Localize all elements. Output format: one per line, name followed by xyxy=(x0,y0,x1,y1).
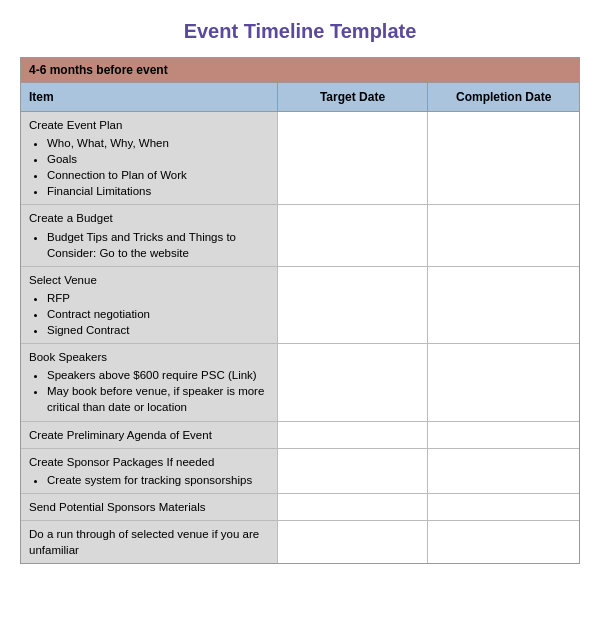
bullet-list: Create system for tracking sponsorships xyxy=(47,472,269,488)
cell-item: Select VenueRFPContract negotiationSigne… xyxy=(21,267,278,343)
cell-item: Create Preliminary Agenda of Event xyxy=(21,422,278,448)
cell-completion-date xyxy=(428,267,579,343)
cell-item: Create Event PlanWho, What, Why, WhenGoa… xyxy=(21,112,278,204)
cell-target-date xyxy=(278,422,429,448)
list-item: May book before venue, if speaker is mor… xyxy=(47,383,269,415)
col-header-target-date: Target Date xyxy=(278,83,429,111)
item-title: Select Venue xyxy=(29,274,97,286)
cell-completion-date xyxy=(428,521,579,563)
timeline-table: 4-6 months before event Item Target Date… xyxy=(20,57,580,564)
bullet-list: Budget Tips and Tricks and Things to Con… xyxy=(47,229,269,261)
cell-target-date xyxy=(278,205,429,265)
item-title: Do a run through of selected venue if yo… xyxy=(29,528,259,556)
table-row: Select VenueRFPContract negotiationSigne… xyxy=(21,267,579,344)
table-row: Book SpeakersSpeakers above $600 require… xyxy=(21,344,579,421)
cell-item: Create a BudgetBudget Tips and Tricks an… xyxy=(21,205,278,265)
list-item: Create system for tracking sponsorships xyxy=(47,472,269,488)
table-row: Send Potential Sponsors Materials xyxy=(21,494,579,521)
list-item: Signed Contract xyxy=(47,322,269,338)
table-row: Create Preliminary Agenda of Event xyxy=(21,422,579,449)
cell-target-date xyxy=(278,344,429,420)
cell-completion-date xyxy=(428,112,579,204)
cell-item: Do a run through of selected venue if yo… xyxy=(21,521,278,563)
section-header: 4-6 months before event xyxy=(21,58,579,83)
table-row: Create Sponsor Packages If neededCreate … xyxy=(21,449,579,494)
table-row: Create a BudgetBudget Tips and Tricks an… xyxy=(21,205,579,266)
list-item: Speakers above $600 require PSC (Link) xyxy=(47,367,269,383)
item-title: Create Event Plan xyxy=(29,119,122,131)
cell-completion-date xyxy=(428,205,579,265)
item-title: Book Speakers xyxy=(29,351,107,363)
list-item: Connection to Plan of Work xyxy=(47,167,269,183)
list-item: Who, What, Why, When xyxy=(47,135,269,151)
cell-target-date xyxy=(278,267,429,343)
col-header-completion-date: Completion Date xyxy=(428,83,579,111)
cell-item: Create Sponsor Packages If neededCreate … xyxy=(21,449,278,493)
list-item: Budget Tips and Tricks and Things to Con… xyxy=(47,229,269,261)
cell-completion-date xyxy=(428,449,579,493)
cell-item: Book SpeakersSpeakers above $600 require… xyxy=(21,344,278,420)
table-row: Do a run through of selected venue if yo… xyxy=(21,521,579,563)
cell-completion-date xyxy=(428,494,579,520)
table-body: Create Event PlanWho, What, Why, WhenGoa… xyxy=(21,112,579,563)
item-title: Create Preliminary Agenda of Event xyxy=(29,429,212,441)
column-headers: Item Target Date Completion Date xyxy=(21,83,579,112)
item-title: Create Sponsor Packages If needed xyxy=(29,456,214,468)
item-title: Create a Budget xyxy=(29,212,113,224)
list-item: RFP xyxy=(47,290,269,306)
bullet-list: RFPContract negotiationSigned Contract xyxy=(47,290,269,338)
col-header-item: Item xyxy=(21,83,278,111)
list-item: Goals xyxy=(47,151,269,167)
cell-item: Send Potential Sponsors Materials xyxy=(21,494,278,520)
cell-target-date xyxy=(278,521,429,563)
cell-target-date xyxy=(278,449,429,493)
item-title: Send Potential Sponsors Materials xyxy=(29,501,205,513)
cell-target-date xyxy=(278,494,429,520)
page-title: Event Timeline Template xyxy=(20,20,580,43)
list-item: Financial Limitations xyxy=(47,183,269,199)
table-row: Create Event PlanWho, What, Why, WhenGoa… xyxy=(21,112,579,205)
cell-completion-date xyxy=(428,344,579,420)
cell-target-date xyxy=(278,112,429,204)
bullet-list: Speakers above $600 require PSC (Link)Ma… xyxy=(47,367,269,415)
bullet-list: Who, What, Why, WhenGoalsConnection to P… xyxy=(47,135,269,199)
list-item: Contract negotiation xyxy=(47,306,269,322)
cell-completion-date xyxy=(428,422,579,448)
